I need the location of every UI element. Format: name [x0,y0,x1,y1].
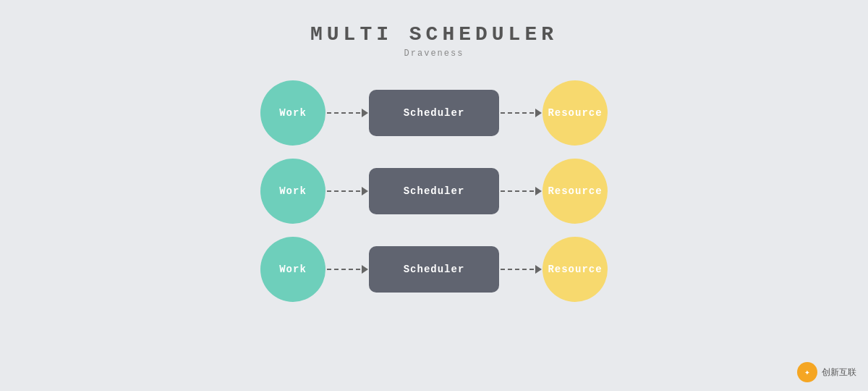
arrow-head [535,265,542,274]
resource-circle-2: Resource [542,237,608,302]
watermark-text: 创新互联 [822,366,856,379]
dashed-line [501,112,534,114]
scheduler-box-2: Scheduler [369,246,499,293]
arrow1-2 [326,265,369,274]
arrow2-1 [499,187,542,196]
arrow-head [362,187,368,196]
arrow-head [362,109,368,117]
main-title: MULTI SCHEDULER [310,23,558,46]
diagram-row-0: WorkSchedulerResource [260,80,608,146]
work-circle-2: Work [260,237,326,302]
arrow1-1 [326,187,369,196]
arrow-head [535,109,542,117]
arrow2-2 [499,265,542,274]
resource-circle-0: Resource [542,80,608,146]
arrow2-0 [499,109,542,117]
dashed-line [501,269,534,270]
diagram-row-2: WorkSchedulerResource [260,237,608,302]
subtitle: Draveness [310,49,558,59]
arrow-head [535,187,542,196]
arrow1-0 [326,109,369,117]
watermark: ✦ 创新互联 [797,362,856,382]
header: MULTI SCHEDULER Draveness [310,23,558,59]
dashed-line [501,190,534,192]
scheduler-box-1: Scheduler [369,168,499,214]
work-circle-0: Work [260,80,326,146]
arrow-head [362,265,368,274]
dashed-line [327,269,360,270]
resource-circle-1: Resource [542,159,608,224]
dashed-line [327,190,360,192]
scheduler-box-0: Scheduler [369,90,499,136]
diagram: WorkSchedulerResourceWorkSchedulerResour… [260,80,608,302]
work-circle-1: Work [260,159,326,224]
diagram-row-1: WorkSchedulerResource [260,159,608,224]
watermark-icon: ✦ [797,362,817,382]
dashed-line [327,112,360,114]
